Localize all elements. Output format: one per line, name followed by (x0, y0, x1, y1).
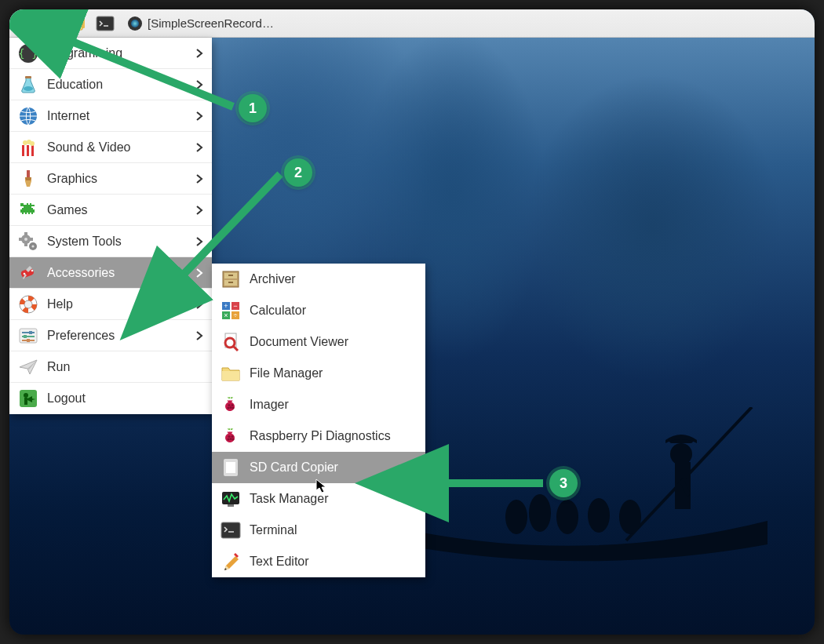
menu-item-label: Help (47, 297, 73, 311)
svg-point-40 (31, 245, 34, 247)
submenu-item-imager[interactable]: Imager (212, 389, 425, 420)
svg-rect-59 (228, 275, 233, 276)
svg-point-73 (228, 404, 230, 406)
svg-point-12 (20, 23, 23, 25)
science-flask-icon (17, 74, 39, 96)
svg-rect-17 (97, 16, 114, 31)
submenu-item-calculator[interactable]: +−×÷Calculator (212, 295, 425, 326)
magnifier-doc-icon (220, 331, 242, 353)
menu-item-label: Programming (47, 46, 122, 60)
svg-point-77 (232, 406, 234, 409)
submenu-item-file-manager[interactable]: File Manager (212, 358, 425, 389)
folders-icon (69, 16, 88, 31)
menu-item-logout[interactable]: Logout (9, 383, 212, 414)
submenu-item-archiver[interactable]: Archiver (212, 264, 425, 295)
paintbrush-icon (17, 168, 39, 190)
chevron-right-icon (195, 174, 204, 184)
sliders-icon (17, 325, 39, 347)
menu-item-programming[interactable]: { }Programming (9, 38, 212, 69)
submenu-item-raspberry-pi-diagnostics[interactable]: Raspberry Pi Diagnostics (212, 420, 425, 452)
menu-item-system-tools[interactable]: System Tools (9, 226, 212, 257)
svg-point-82 (232, 438, 234, 440)
start-menu: { }ProgrammingEducationInternetSound & V… (9, 38, 212, 414)
svg-point-6 (556, 500, 578, 534)
svg-point-10 (24, 20, 27, 22)
sdcard-icon (220, 457, 242, 478)
monitor-wave-icon (220, 488, 242, 510)
browser-launcher[interactable] (41, 13, 63, 35)
file-manager-launcher[interactable] (67, 13, 89, 35)
start-menu-button[interactable] (14, 13, 36, 35)
chevron-right-icon (195, 237, 204, 246)
svg-point-43 (31, 269, 34, 271)
menu-item-sound-video[interactable]: Sound & Video (9, 132, 212, 163)
svg-text:÷: ÷ (234, 311, 238, 319)
svg-rect-32 (27, 170, 30, 177)
svg-point-79 (231, 435, 233, 438)
menu-item-preferences[interactable]: Preferences (9, 320, 212, 351)
gears-icon (17, 231, 39, 253)
svg-rect-22 (25, 76, 31, 78)
folder-icon (220, 362, 242, 384)
menu-item-label: Games (47, 203, 88, 217)
menu-item-graphics[interactable]: Graphics (9, 163, 212, 195)
svg-rect-72 (222, 371, 239, 380)
menu-item-education[interactable]: Education (9, 69, 212, 100)
space-invader-icon (17, 199, 39, 221)
chevron-right-icon (195, 300, 204, 309)
svg-point-29 (23, 140, 27, 145)
raspberry-icon (16, 14, 35, 33)
menu-item-games[interactable]: Games (9, 195, 212, 226)
lifebuoy-icon (17, 293, 39, 315)
menu-item-help[interactable]: Help (9, 289, 212, 320)
svg-point-31 (30, 141, 35, 146)
cabinet-icon (220, 268, 242, 290)
svg-point-11 (23, 22, 25, 24)
globe-icon (17, 105, 39, 127)
svg-rect-26 (22, 145, 24, 156)
svg-point-54 (24, 393, 28, 398)
menu-item-label: System Tools (47, 235, 122, 249)
svg-rect-37 (19, 238, 22, 241)
menu-item-run[interactable]: Run (9, 351, 212, 383)
svg-point-74 (231, 404, 233, 406)
submenu-item-document-viewer[interactable]: Document Viewer (212, 326, 425, 358)
svg-text:×: × (224, 311, 228, 319)
code-braces-icon: { } (17, 42, 39, 64)
submenu-item-terminal[interactable]: Terminal (212, 515, 425, 546)
svg-rect-50 (24, 335, 27, 338)
svg-point-0 (670, 443, 692, 465)
menu-item-label: Sound & Video (47, 140, 130, 155)
svg-rect-16 (70, 20, 82, 30)
mouse-cursor (315, 478, 328, 494)
recorder-app-icon (127, 16, 143, 31)
menu-item-internet[interactable]: Internet (9, 100, 212, 132)
svg-rect-52 (27, 339, 30, 342)
terminal-icon (220, 519, 242, 541)
svg-rect-55 (24, 398, 27, 405)
svg-point-34 (24, 238, 27, 241)
svg-point-81 (227, 438, 229, 440)
svg-point-7 (588, 498, 610, 533)
svg-rect-48 (29, 331, 32, 334)
menu-item-accessories[interactable]: Accessories (9, 257, 212, 289)
pencil-icon (220, 551, 242, 573)
submenu-item-text-editor[interactable]: Text Editor (212, 546, 425, 577)
svg-point-5 (529, 494, 551, 532)
chevron-right-icon (195, 331, 204, 340)
taskbar-app-entry[interactable]: [SimpleScreenRecord… (121, 13, 280, 35)
paperplane-icon (17, 356, 39, 378)
svg-point-23 (24, 86, 33, 91)
svg-rect-86 (228, 504, 234, 507)
svg-text:{ }: { } (18, 47, 38, 60)
swiss-knife-icon (17, 262, 39, 284)
chevron-right-icon (195, 206, 204, 215)
chevron-right-icon (195, 80, 204, 89)
terminal-launcher[interactable] (94, 13, 116, 35)
wallpaper-silhouette (407, 407, 783, 564)
menu-item-label: Preferences (47, 329, 115, 343)
svg-point-19 (131, 20, 139, 27)
svg-line-71 (233, 346, 238, 351)
exit-icon (17, 387, 39, 409)
taskbar: [SimpleScreenRecord… (9, 9, 815, 38)
